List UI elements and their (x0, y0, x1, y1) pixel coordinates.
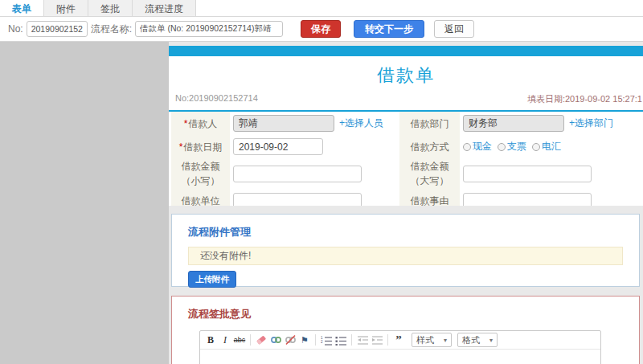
numbered-list-icon: 1 2 (321, 335, 333, 346)
field-department: +选择部门 (460, 112, 641, 135)
page-title: 借款单 (169, 63, 643, 88)
no-attachments-message: 还没有附件! (188, 247, 623, 265)
doc-number: No:20190902152714 (175, 93, 258, 103)
forward-next-step-button[interactable]: 转交下一步 (354, 20, 424, 38)
header-accent-bar (169, 46, 643, 56)
save-button[interactable]: 保存 (301, 20, 341, 38)
fill-date: 填表日期:2019-09-02 15:27:1 (527, 93, 642, 105)
radio-icon (463, 143, 471, 151)
attachments-title: 流程附件管理 (188, 225, 639, 239)
field-unit (230, 189, 399, 206)
strikethrough-button[interactable]: abc (233, 333, 246, 347)
bulleted-list-button[interactable] (334, 333, 347, 347)
back-button[interactable]: 返回 (434, 20, 474, 38)
form-grid: *借款人 +选择人员 借款部门 +选择部门 *借款日期 借款方式 (171, 112, 641, 206)
tab-progress[interactable]: 流程进度 (133, 0, 196, 16)
anchor-button[interactable]: ⚑ (298, 333, 311, 347)
toolbar-separator (250, 334, 251, 346)
tab-form[interactable]: 表单 (0, 0, 44, 16)
link-icon (270, 334, 282, 346)
indent-icon (371, 335, 383, 346)
toolbar-separator (315, 334, 316, 346)
editor-toolbar: B I abc (200, 331, 600, 350)
field-reason (460, 189, 641, 206)
field-label-amount-small: 借款金额（小写） (171, 158, 230, 189)
eraser-icon (256, 334, 267, 346)
field-label-method: 借款方式 (399, 135, 460, 158)
field-amount-small (230, 158, 399, 189)
indent-button[interactable] (371, 333, 383, 347)
toolbar-separator (351, 334, 352, 346)
chevron-down-icon: ▾ (489, 337, 493, 344)
doc-meta-row: No:20190902152714 填表日期:2019-09-02 15:27:… (169, 93, 643, 106)
field-label-department: 借款部门 (399, 112, 460, 135)
radio-option-cheque[interactable]: 支票 (498, 140, 526, 153)
field-loan-date (230, 135, 399, 158)
field-label-unit: 借款单位 (171, 189, 230, 206)
radio-option-wire[interactable]: 电汇 (532, 140, 561, 153)
reason-input[interactable] (463, 193, 592, 207)
no-label: No: (8, 23, 23, 35)
department-input[interactable] (463, 115, 564, 132)
required-marker: * (184, 118, 188, 129)
attachments-card: 流程附件管理 还没有附件! 上传附件 (171, 214, 640, 287)
select-department-link[interactable]: +选择部门 (569, 117, 613, 130)
field-amount-big (460, 158, 641, 189)
toolbar-separator (387, 334, 388, 346)
radio-option-cash[interactable]: 现金 (463, 140, 492, 153)
approval-title: 流程签批意见 (188, 307, 639, 321)
upload-attachment-button[interactable]: 上传附件 (188, 271, 236, 288)
unlink-button[interactable] (284, 333, 297, 347)
method-radio-group: 现金 支票 电汇 (463, 140, 561, 153)
amount-small-input[interactable] (233, 166, 362, 182)
field-label-reason: 借款事由 (399, 189, 460, 206)
format-dropdown[interactable]: 格式 ▾ (457, 333, 498, 347)
editor-content-area[interactable] (200, 350, 600, 364)
amount-big-input[interactable] (463, 166, 592, 182)
rich-text-editor: B I abc (199, 330, 601, 364)
field-method: 现金 支票 电汇 (460, 135, 641, 158)
numbered-list-button[interactable]: 1 2 (320, 333, 333, 347)
field-borrower: +选择人员 (230, 112, 399, 135)
field-label-borrower: *借款人 (171, 112, 230, 135)
approval-card: 流程签批意见 B I abc (171, 296, 640, 364)
unlink-icon (285, 334, 297, 346)
italic-button[interactable]: I (219, 333, 231, 347)
tab-bar: 表单 附件 签批 流程进度 (0, 0, 643, 17)
svg-text:2: 2 (321, 339, 323, 343)
tab-approval[interactable]: 签批 (88, 0, 133, 16)
loan-date-input[interactable] (233, 138, 323, 155)
link-button[interactable] (269, 333, 282, 347)
tab-attachments[interactable]: 附件 (44, 0, 88, 16)
select-person-link[interactable]: +选择人员 (339, 117, 383, 130)
required-marker: * (179, 141, 183, 153)
outdent-icon (357, 335, 369, 346)
outdent-button[interactable] (356, 333, 369, 347)
bulleted-list-icon (335, 335, 347, 346)
radio-icon (498, 143, 506, 151)
bold-button[interactable]: B (204, 333, 217, 347)
radio-icon (532, 143, 540, 151)
unit-input[interactable] (233, 193, 362, 207)
field-label-amount-big: 借款金额（大写） (399, 158, 460, 189)
top-bar: 表单 附件 签批 流程进度 No: 流程名称: 保存 转交下一步 返回 (0, 0, 643, 42)
toolbar: No: 流程名称: 保存 转交下一步 返回 (0, 17, 643, 42)
field-label-loan-date: *借款日期 (171, 135, 230, 158)
flow-name-input[interactable] (135, 21, 283, 37)
no-input[interactable] (27, 21, 88, 37)
loan-form-card: 借款单 No:20190902152714 填表日期:2019-09-02 15… (169, 46, 643, 206)
chevron-down-icon: ▾ (444, 337, 447, 344)
blockquote-button[interactable]: ” (392, 333, 405, 347)
styles-dropdown[interactable]: 样式 ▾ (412, 333, 452, 347)
flow-name-label: 流程名称: (91, 22, 132, 36)
main-content: 借款单 No:20190902152714 填表日期:2019-09-02 15… (169, 42, 643, 364)
borrower-input[interactable] (233, 115, 334, 132)
remove-format-button[interactable] (255, 333, 268, 347)
